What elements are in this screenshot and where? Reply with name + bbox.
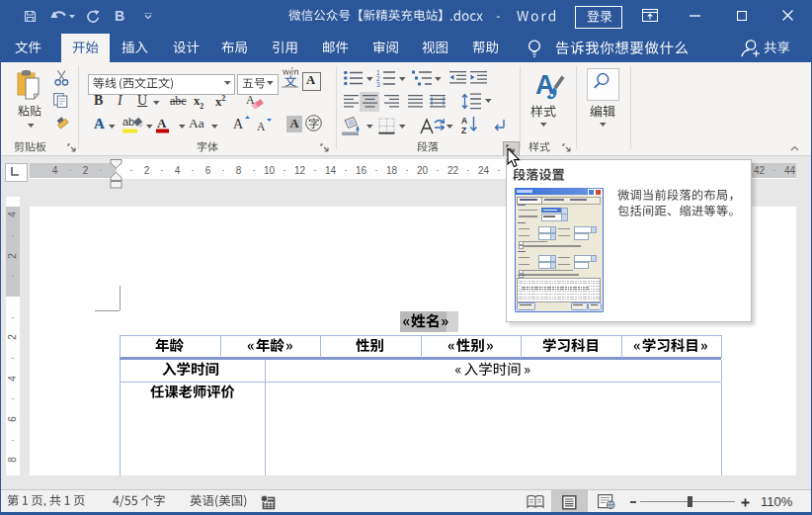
- svg-text:3: 3: [376, 81, 380, 88]
- svg-text:A: A: [461, 116, 467, 126]
- svg-text:Z: Z: [461, 126, 466, 134]
- svg-text:A: A: [233, 117, 244, 131]
- svg-text:ab: ab: [122, 116, 134, 128]
- svg-text:A: A: [257, 121, 266, 131]
- svg-text:A: A: [157, 116, 167, 130]
